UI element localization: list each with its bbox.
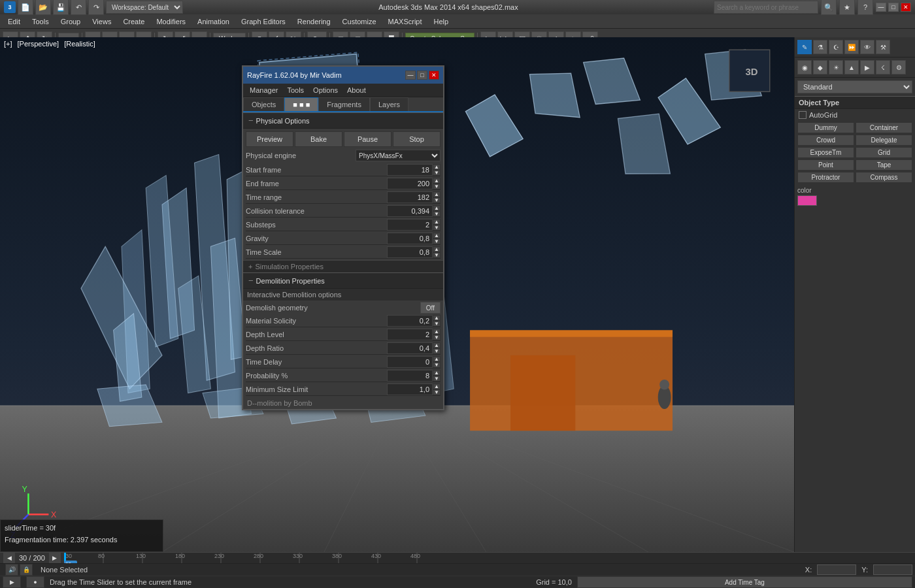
x-coord-input[interactable] — [817, 564, 856, 575]
hierarchy-panel-btn[interactable]: ☪ — [829, 40, 843, 54]
new-file-btn[interactable]: 📄 — [18, 0, 33, 15]
menu-animation[interactable]: Animation — [192, 16, 235, 27]
time-range-down[interactable]: ▼ — [433, 197, 441, 203]
bookmark-btn[interactable]: ★ — [839, 0, 855, 15]
display-panel-btn[interactable]: 👁 — [860, 40, 874, 54]
probability-down[interactable]: ▼ — [433, 376, 441, 382]
rf-menu-options[interactable]: Options — [309, 85, 342, 95]
substeps-down[interactable]: ▼ — [433, 225, 441, 231]
menu-rendering[interactable]: Rendering — [292, 16, 336, 27]
substeps-input[interactable] — [387, 219, 433, 231]
auto-key-btn[interactable]: ● — [26, 576, 44, 588]
save-file-btn[interactable]: 💾 — [53, 0, 69, 15]
preview-btn[interactable]: Preview — [246, 131, 293, 147]
create-panel-btn[interactable]: ✎ — [797, 40, 812, 54]
lights-icon[interactable]: ☀ — [829, 60, 843, 74]
obj-type-delegate[interactable]: Delegate — [856, 135, 912, 146]
workspace-dropdown[interactable]: Workspace: Default — [106, 1, 183, 14]
gravity-up[interactable]: ▲ — [433, 233, 441, 238]
open-file-btn[interactable]: 📂 — [35, 0, 51, 15]
rf-menu-tools[interactable]: Tools — [283, 85, 308, 95]
menu-group[interactable]: Group — [56, 16, 86, 27]
depth-ratio-input[interactable] — [387, 342, 433, 354]
help-btn[interactable]: ? — [857, 0, 873, 15]
add-time-tag-btn[interactable]: Add Time Tag — [577, 576, 912, 588]
rf-menu-about[interactable]: About — [343, 85, 370, 95]
obj-type-exposetm[interactable]: ExposeTm — [797, 147, 854, 158]
collision-up[interactable]: ▲ — [433, 205, 441, 211]
time-scale-up[interactable]: ▲ — [433, 246, 441, 252]
end-frame-down[interactable]: ▼ — [433, 184, 441, 189]
cameras-icon[interactable]: ▲ — [844, 60, 859, 74]
utilities-panel-btn[interactable]: ⚒ — [876, 40, 890, 54]
menu-graph-editors[interactable]: Graph Editors — [236, 16, 291, 27]
viewport-realistic-label[interactable]: [Realistic] — [64, 40, 95, 48]
time-delay-up[interactable]: ▲ — [433, 356, 441, 362]
time-delay-input[interactable] — [387, 356, 433, 368]
rayfire-restore-btn[interactable]: □ — [417, 71, 427, 80]
menu-edit[interactable]: Edit — [3, 16, 25, 27]
obj-type-crowd[interactable]: Crowd — [797, 135, 854, 146]
end-frame-input[interactable] — [387, 178, 433, 189]
rf-tab-objects[interactable]: Objects — [243, 97, 284, 111]
menu-maxscript[interactable]: MAXScript — [383, 16, 427, 27]
helpers-icon[interactable]: ▶ — [860, 60, 874, 74]
material-solidity-up[interactable]: ▲ — [433, 315, 441, 321]
start-frame-input[interactable] — [387, 164, 433, 176]
timeline[interactable]: ◀ 30 / 200 ▶ 30 80 130 180 230 280 — [0, 553, 915, 564]
obj-type-compass[interactable]: Compass — [856, 172, 912, 183]
next-frame-btn[interactable]: ▶ — [48, 553, 61, 564]
menu-create[interactable]: Create — [118, 16, 150, 27]
prev-frame-btn[interactable]: ◀ — [3, 553, 16, 564]
geometry-icon[interactable]: ◉ — [797, 60, 812, 74]
probability-input[interactable] — [387, 370, 433, 382]
stop-btn[interactable]: Stop — [393, 131, 441, 147]
depth-level-up[interactable]: ▲ — [433, 329, 441, 335]
min-size-up[interactable]: ▲ — [433, 384, 441, 389]
menu-customize[interactable]: Customize — [337, 16, 382, 27]
menu-help[interactable]: Help — [429, 16, 454, 27]
min-size-down[interactable]: ▼ — [433, 389, 441, 395]
obj-type-dummy[interactable]: Dummy — [797, 122, 854, 133]
motion-panel-btn[interactable]: ⏩ — [844, 40, 859, 54]
color-swatch[interactable] — [797, 195, 817, 206]
menu-tools[interactable]: Tools — [27, 16, 54, 27]
demolition-props-header[interactable]: − Demolition Properties — [243, 272, 443, 289]
pause-btn[interactable]: Pause — [344, 131, 391, 147]
min-size-input[interactable] — [387, 384, 433, 395]
time-scale-input[interactable] — [387, 246, 433, 258]
physical-options-header[interactable]: − Physical Options — [243, 112, 443, 129]
rayfire-close-btn[interactable]: ✕ — [429, 71, 439, 80]
viewport-perspective-label[interactable]: [Perspective] — [18, 40, 59, 48]
systems-icon[interactable]: ⚙ — [891, 60, 906, 74]
rf-menu-manager[interactable]: Manager — [246, 85, 282, 95]
time-range-input[interactable] — [387, 191, 433, 203]
time-delay-down[interactable]: ▼ — [433, 362, 441, 368]
obj-type-tape[interactable]: Tape — [856, 159, 912, 171]
demolish-geometry-toggle[interactable]: Off — [420, 302, 441, 314]
collision-down[interactable]: ▼ — [433, 211, 441, 217]
standard-dropdown[interactable]: Standard — [797, 80, 912, 93]
material-solidity-down[interactable]: ▼ — [433, 321, 441, 327]
rf-tab-fragments[interactable]: ■ ■ ■ — [284, 97, 318, 111]
depth-ratio-down[interactable]: ▼ — [433, 348, 441, 354]
obj-type-container[interactable]: Container — [856, 122, 912, 133]
start-frame-down[interactable]: ▼ — [433, 170, 441, 176]
play-sound-btn[interactable]: 🔊 — [5, 564, 18, 576]
set-keys-btn[interactable]: ▶ — [3, 576, 21, 588]
obj-type-grid[interactable]: Grid — [856, 147, 912, 158]
depth-ratio-up[interactable]: ▲ — [433, 342, 441, 348]
redo-btn[interactable]: ↷ — [88, 0, 104, 15]
minimize-btn[interactable]: — — [876, 3, 886, 12]
time-scale-down[interactable]: ▼ — [433, 252, 441, 258]
modify-panel-btn[interactable]: ⚗ — [813, 40, 827, 54]
shapes-icon[interactable]: ◆ — [813, 60, 827, 74]
time-range-up[interactable]: ▲ — [433, 191, 441, 197]
spacewarps-icon[interactable]: ☇ — [876, 60, 890, 74]
restore-btn[interactable]: □ — [888, 3, 899, 12]
substeps-up[interactable]: ▲ — [433, 219, 441, 225]
rf-tab-layers[interactable]: Layers — [370, 97, 408, 111]
obj-type-point[interactable]: Point — [797, 159, 854, 171]
rayfire-minimize-btn[interactable]: — — [405, 71, 416, 80]
depth-level-down[interactable]: ▼ — [433, 335, 441, 340]
